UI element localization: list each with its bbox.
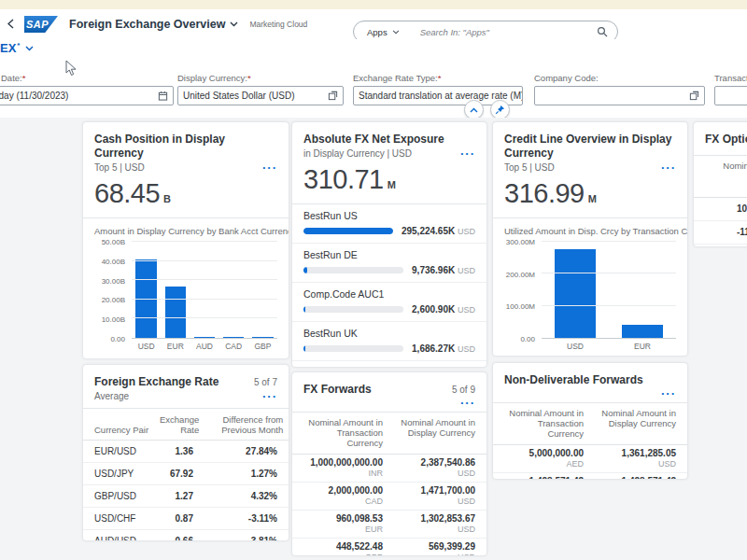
- card-credit-line[interactable]: Credit Line Overview in Display Currency…: [492, 121, 688, 357]
- txn-currency: INR: [303, 469, 383, 479]
- chevron-down-icon: [25, 46, 34, 51]
- transaction-currency-input[interactable]: [714, 86, 747, 105]
- card-fx-exposure[interactable]: Absolute FX Net Exposure in Display Curr…: [291, 121, 487, 368]
- gridline: [542, 273, 676, 273]
- table-row[interactable]: 5,000,000.00AED 1,361,285.05USD: [493, 445, 687, 473]
- card-title: Cash Position in Display Currency: [94, 133, 277, 161]
- txn-amount: 448,522.48: [303, 541, 383, 553]
- difference: -3.11%: [197, 513, 277, 524]
- overflow-menu-icon[interactable]: ···: [460, 399, 475, 408]
- card-fx-forwards[interactable]: FX Forwards 5 of 9 ··· Nominal Amount in…: [291, 371, 487, 556]
- bar-usd[interactable]: [555, 249, 597, 338]
- progress-track: [303, 345, 403, 352]
- txn-amount: -1,428,571.43: [504, 476, 584, 480]
- collapse-header-button[interactable]: [464, 100, 484, 119]
- filter-field-company-code: Company Code:: [534, 73, 705, 105]
- column-header: Nominal Amount in Display Currency: [597, 408, 676, 439]
- y-axis-labels: 0.00100.00M200.00M300.00M: [504, 242, 542, 339]
- table-row[interactable]: 1,000,000,000.00INR 2,387,540.86USD: [292, 455, 486, 483]
- gridline: [132, 317, 277, 318]
- list-item[interactable]: BestRun UK 1,686.27K USD: [292, 322, 486, 361]
- card-fx-options[interactable]: FX Options Nominal Amount in Transaction…: [693, 121, 747, 247]
- table-row[interactable]: EUR/USD 1.36 27.84%: [83, 441, 289, 463]
- card-title: FX Forwards: [303, 383, 372, 397]
- exchange-rate: 1.36: [160, 446, 193, 456]
- value-help-icon[interactable]: [328, 91, 338, 101]
- list-item[interactable]: Comp.Code DEC1 823.94K USD: [292, 361, 486, 368]
- chevron-down-icon: [230, 21, 238, 27]
- kpi-unit: M: [388, 179, 396, 190]
- bar-column: [132, 242, 161, 338]
- y-tick-label: 200.00M: [506, 270, 535, 278]
- table-row[interactable]: 2,000,000.00CAD 1,471,700.00USD: [292, 483, 486, 511]
- table-row[interactable]: USD/CHF 0.87 -3.11%: [83, 508, 289, 530]
- back-chevron-icon[interactable]: [0, 17, 21, 32]
- bars: [542, 242, 676, 338]
- filter-label: Transaction Currency:: [714, 73, 747, 83]
- card-title: Non-Deliverable Forwards: [504, 373, 676, 387]
- card-fx-rate[interactable]: Foreign Exchange Rate 5 of 7 Average ···…: [82, 364, 289, 541]
- table-row[interactable]: AUD/USD 0.66 3.81%: [83, 530, 289, 541]
- sap-logo[interactable]: SAP: [24, 16, 58, 33]
- bar-column: [542, 242, 609, 338]
- table-row[interactable]: -1,428,571.43USD -1,428,571.43USD: [493, 473, 687, 480]
- card-ndf[interactable]: Non-Deliverable Forwards ··· Nominal Amo…: [492, 362, 688, 480]
- table-row[interactable]: 960,098.53EUR 1,302,853.67USD: [292, 511, 486, 539]
- currency-pair: USD/JPY: [94, 469, 156, 479]
- search-input[interactable]: Search In: "Apps": [420, 27, 597, 37]
- overflow-menu-icon[interactable]: ···: [262, 163, 277, 173]
- progress-fill: [303, 228, 393, 234]
- overflow-menu-icon[interactable]: ···: [661, 163, 676, 173]
- gridline: [132, 279, 277, 280]
- overflow-menu-icon[interactable]: ···: [262, 392, 277, 401]
- bar-eur[interactable]: [622, 325, 664, 338]
- column-header: Nominal Amount in Transaction Currency: [715, 161, 747, 191]
- search-scope-select[interactable]: Apps: [354, 27, 400, 37]
- difference: 27.84%: [197, 446, 277, 456]
- column-header: Nominal Amount in Display Currency: [396, 417, 475, 448]
- overflow-menu-icon[interactable]: ···: [661, 389, 676, 399]
- display-currency-input[interactable]: United States Dollar (USD): [177, 86, 344, 105]
- table-row[interactable]: 448,522.48GBP 569,399.29USD: [292, 539, 486, 556]
- table-row[interactable]: 10: [694, 198, 747, 221]
- list-item[interactable]: Comp.Code AUC1 2,600.90K USD: [292, 283, 486, 322]
- table-row[interactable]: -11: [694, 221, 747, 245]
- bar-eur[interactable]: [165, 287, 186, 338]
- disp-currency: USD: [396, 553, 475, 556]
- page-variant-tab[interactable]: EX*: [0, 41, 34, 55]
- txn-currency: EUR: [303, 525, 383, 535]
- progress-fill: [303, 345, 305, 352]
- disp-currency: USD: [396, 497, 475, 507]
- bar-cad[interactable]: [223, 337, 244, 338]
- table-row[interactable]: USD/JPY 67.92 1.27%: [83, 463, 289, 485]
- value-help-icon[interactable]: [689, 91, 699, 101]
- calendar-icon[interactable]: [158, 91, 168, 101]
- pin-icon: [495, 105, 505, 115]
- company-name: BestRun US: [303, 210, 475, 221]
- search-icon[interactable]: [597, 26, 608, 37]
- y-tick-label: 300.00M: [506, 238, 535, 246]
- filter-field-key-date: Key Date:* Today (11/30/2023): [0, 73, 174, 105]
- table-row[interactable]: GBP/USD 1.27 4.32%: [83, 485, 289, 508]
- x-tick-label: CAD: [219, 339, 248, 351]
- y-axis-labels: 0.0010.00B20.00B30.00B40.00B50.00B: [94, 242, 132, 339]
- list-item[interactable]: BestRun DE 9,736.96K USD: [292, 244, 486, 283]
- key-date-input[interactable]: Today (11/30/2023): [0, 86, 174, 105]
- bar-chart-credit: Utilized Amount in Disp. Crcy by Transac…: [493, 218, 687, 357]
- app-title-menu[interactable]: Foreign Exchange Overview: [69, 18, 238, 31]
- card-subtitle: in Display Currency | USD: [303, 148, 412, 159]
- card-subtitle: Top 5 | USD: [504, 162, 555, 173]
- top-accent-strip: [0, 0, 747, 9]
- txn-currency: AED: [504, 459, 584, 469]
- card-cash-position[interactable]: Cash Position in Display Currency Top 5 …: [82, 121, 289, 359]
- filter-label: Key Date:: [0, 73, 22, 83]
- card-subtitle: Top 5 | USD: [94, 162, 145, 173]
- list-item[interactable]: BestRun US 295,224.65K USD: [292, 204, 486, 244]
- bar-gbp[interactable]: [252, 337, 273, 338]
- card-title: Credit Line Overview in Display Currency: [504, 133, 676, 161]
- pin-header-button[interactable]: [490, 100, 510, 119]
- difference: 3.81%: [197, 536, 277, 541]
- overflow-menu-icon[interactable]: ···: [460, 149, 475, 159]
- bar-aud[interactable]: [194, 337, 215, 338]
- company-code-input[interactable]: [534, 86, 705, 105]
